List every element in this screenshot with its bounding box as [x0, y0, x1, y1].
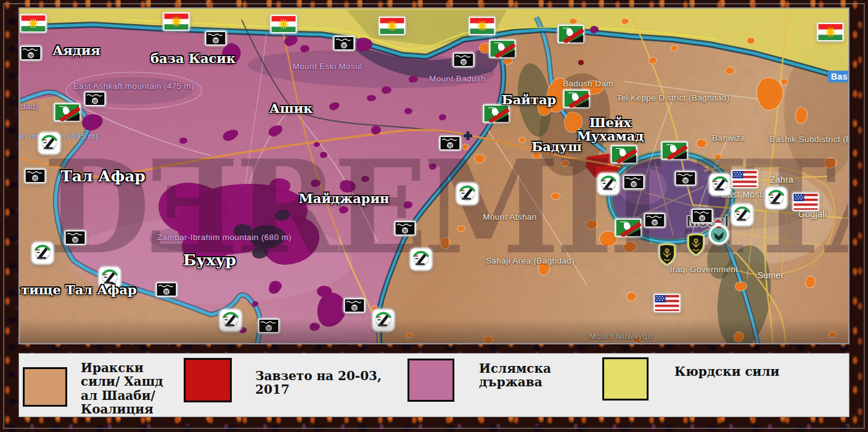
geo-label: Iraqi Government: [670, 265, 739, 274]
map-canvas[interactable]: DƎREMILITARI Аядиябаза КасикАшикБайтарШе…: [18, 7, 850, 344]
pmf-roundel-icon: [219, 309, 242, 331]
us-flag-icon: [654, 294, 680, 312]
kurdish-flag-icon: [469, 17, 495, 35]
us-flag-icon: [793, 193, 819, 211]
kurdish-flag-icon: [271, 15, 297, 33]
place-label: Тал Афар: [60, 168, 145, 185]
pmu-flag-icon: [489, 40, 515, 58]
place-label: Аядия: [52, 44, 100, 57]
place-label: Бухур: [183, 252, 236, 268]
isis-flag-icon: [84, 92, 105, 106]
isis-flag-icon: [344, 299, 365, 313]
place-label: Шейх Мухамад: [577, 116, 644, 143]
geo-label: East Ashkaft mountain (475 m): [73, 81, 194, 91]
legend-label: Иракски сили/ Хашд ал Шааби/ Коалиция: [81, 361, 173, 417]
isis-flag-icon: [440, 136, 461, 151]
isis-flag-icon: [156, 283, 177, 297]
geo-label: Mount Eski Mosul: [293, 62, 362, 71]
isis-flag-icon: [692, 209, 713, 223]
geo-label: Bash: [828, 71, 850, 83]
legend-label: Завзето на 20-03, 2017: [255, 369, 400, 402]
legend-swatch: [23, 367, 67, 407]
us-flag-icon: [732, 170, 758, 188]
pmf-roundel-icon: [410, 248, 432, 270]
place-label: Ашик: [269, 102, 313, 115]
place-label: Бадуш: [531, 140, 582, 154]
isis-flag-icon: [644, 214, 665, 228]
pmf-roundel-icon: [731, 204, 753, 226]
geo-label: Zambar-Ibrahim mountain (680 m): [157, 233, 292, 242]
isof-shield-icon: [687, 233, 705, 255]
legend-swatch: [184, 358, 232, 402]
pmu-flag-icon: [54, 104, 80, 122]
pmf-roundel-icon: [709, 173, 731, 196]
legend-swatch: [602, 357, 649, 401]
legend-swatch: [407, 359, 454, 402]
geo-label: Sumer: [757, 270, 784, 280]
isis-flag-icon: [453, 53, 474, 67]
isis-flag-icon: [675, 172, 696, 186]
isis-flag-icon: [258, 319, 279, 333]
legend-item: Кюрдски сили: [602, 357, 810, 401]
geo-label: Sahaji Area (Baghdad): [486, 256, 575, 265]
place-label: Майджарин: [299, 192, 390, 206]
legend-item: Иракски сили/ Хашд ал Шааби/ Коалиция: [23, 362, 173, 417]
place-label: Летище Тал Афар: [18, 283, 137, 297]
legend-item: Ислямска държава: [407, 359, 565, 402]
pmf-roundel-icon: [597, 173, 620, 195]
geo-label: hdad): [18, 102, 38, 111]
legend-label: Ислямска държава: [479, 362, 565, 402]
geo-label: Badush Dam: [563, 79, 613, 88]
pmf-roundel-icon: [765, 187, 787, 209]
isis-flag-icon: [395, 222, 416, 236]
geo-label: Tel Keppe District (Baghdad): [616, 93, 729, 102]
pmf-roundel-icon: [372, 309, 395, 331]
eagle-roundel-icon: [709, 225, 729, 244]
geo-label: Bashik Subdistrict (B: [770, 135, 850, 144]
isof-shield-icon: [658, 243, 676, 265]
isis-flag-icon: [205, 31, 226, 46]
isis-flag-icon: [334, 36, 354, 51]
kurdish-flag-icon: [817, 23, 843, 41]
geo-label: Bahwiza: [712, 133, 745, 143]
pmu-flag-icon: [615, 219, 641, 237]
kurdish-flag-icon: [20, 15, 46, 33]
legend-panel: Иракски сили/ Хашд ал Шааби/ КоалицияЗав…: [18, 353, 850, 417]
place-label: база Касик: [150, 52, 235, 65]
isis-flag-icon: [20, 46, 41, 60]
pmu-flag-icon: [661, 142, 687, 160]
legend-item: Завзето на 20-03, 2017: [184, 358, 400, 402]
geo-label: Mount Badush: [429, 74, 486, 83]
pmu-flag-icon: [558, 25, 584, 43]
place-label: Байтар: [502, 93, 556, 107]
isis-flag-icon: [623, 175, 644, 189]
isis-flag-icon: [65, 231, 86, 245]
pmf-roundel-icon: [38, 132, 60, 154]
isis-flag-icon: [25, 169, 46, 183]
geo-label: Zahra: [770, 175, 794, 185]
pmu-flag-icon: [563, 90, 589, 108]
kurdish-flag-icon: [379, 17, 405, 35]
kurdish-flag-icon: [163, 13, 189, 31]
pmf-roundel-icon: [31, 242, 54, 264]
geo-label: Mount Atshan: [483, 212, 536, 222]
legend-label: Кюрдски сили: [674, 365, 810, 401]
geo-label: Mount Nuwayqīt: [589, 331, 652, 341]
pmu-flag-icon: [611, 146, 637, 164]
pmf-roundel-icon: [456, 183, 478, 205]
